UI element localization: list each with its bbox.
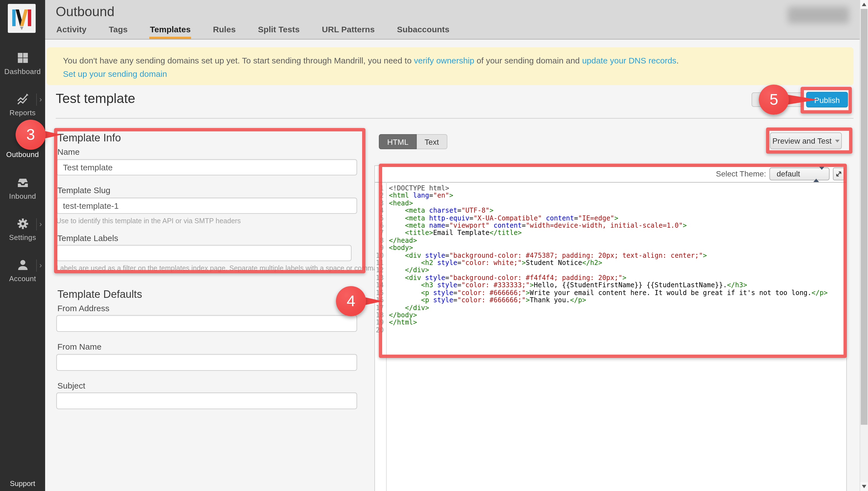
line-number: 6 (375, 222, 386, 230)
line-number: 16 (375, 297, 386, 304)
name-input[interactable] (56, 159, 357, 175)
title-divider (56, 118, 853, 119)
banner-line1: You don't have any sending domains set u… (63, 54, 853, 67)
tab-activity[interactable]: Activity (56, 25, 87, 39)
app-sidebar: DashboardReports›OutboundInboundSettings… (0, 0, 45, 491)
preview-and-test-button[interactable]: Preview and Test (770, 133, 842, 149)
sidebar-item-reports[interactable]: Reports› (0, 92, 45, 117)
line-number: 20 (375, 326, 386, 334)
code-line: 11 <h2 style="color: white;">Student Not… (375, 259, 846, 267)
code-line: 5 <meta http-equiv="X-UA-Compatible" con… (375, 214, 846, 222)
account-name-redacted[interactable] (788, 7, 849, 23)
banner-text: of your sending domain and (474, 56, 582, 65)
sidebar-item-label: Reports (0, 109, 45, 117)
line-number: 1 (375, 185, 386, 192)
template-labels-label: Template Labels (57, 233, 118, 243)
code-line: 20 (375, 326, 846, 334)
scrollbar-up-arrow[interactable] (860, 0, 868, 9)
main-content: You don't have any sending domains set u… (45, 39, 860, 491)
from-name-label: From Name (57, 342, 101, 351)
verify-ownership-link[interactable]: verify ownership (414, 56, 474, 65)
template-slug-label: Template Slug (57, 185, 110, 195)
line-number: 18 (375, 312, 386, 319)
chevron-right-icon: › (36, 259, 45, 272)
line-number: 9 (375, 245, 386, 252)
from-name-input[interactable] (56, 354, 357, 371)
sidebar-item-label: Account (0, 275, 45, 283)
subject-input[interactable] (56, 393, 357, 409)
code-line: 3<head> (375, 200, 846, 207)
select-theme-label: Select Theme: (716, 169, 766, 178)
tab-templates[interactable]: Templates (149, 25, 191, 39)
sidebar-item-outbound[interactable]: Outbound (0, 134, 45, 158)
template-slug-input[interactable] (56, 198, 357, 214)
theme-selected-value: default (777, 169, 800, 178)
fullscreen-editor-button[interactable] (833, 168, 845, 180)
line-number: 11 (375, 259, 386, 267)
code-line: 13 <div style="background-color: #f4f4f4… (375, 275, 846, 282)
tab-tags[interactable]: Tags (108, 25, 128, 39)
expand-diagonal-icon (835, 170, 843, 178)
tab-subaccounts[interactable]: Subaccounts (397, 25, 450, 39)
outbound-send-icon (0, 134, 45, 148)
name-label: Name (57, 147, 80, 156)
code-lines: 1<!DOCTYPE html>2<html lang="en">3<head>… (375, 185, 846, 334)
code-line: 12 </div> (375, 267, 846, 275)
text-tab[interactable]: Text (417, 134, 447, 149)
code-line: 1<!DOCTYPE html> (375, 185, 846, 192)
section-tabs: ActivityTagsTemplatesRulesSplit TestsURL… (56, 25, 450, 39)
select-stepper-icon (813, 170, 824, 179)
from-address-input[interactable] (56, 315, 357, 332)
dashboard-grid-icon (0, 51, 45, 65)
html-tab[interactable]: HTML (379, 134, 417, 149)
code-line: 10 <div style="background-color: #475387… (375, 252, 846, 259)
mandrill-logo[interactable] (8, 4, 36, 33)
html-code-editor[interactable]: 1<!DOCTYPE html>2<html lang="en">3<head>… (375, 182, 846, 491)
scrollbar-down-arrow[interactable] (860, 482, 868, 491)
code-line: 4 <meta charset="UTF-8"> (375, 207, 846, 214)
banner-text: You don't have any sending domains set u… (63, 56, 414, 65)
theme-select-dropdown[interactable]: default (769, 168, 830, 180)
sidebar-item-account[interactable]: Account› (0, 258, 45, 283)
template-labels-input[interactable] (56, 245, 352, 261)
chevron-right-icon: › (36, 218, 45, 230)
update-dns-records-link[interactable]: update your DNS records (582, 56, 677, 65)
inbound-tray-icon (0, 176, 45, 190)
line-number: 12 (375, 267, 386, 275)
template-labels-help: Labels are used as a filter on the templ… (56, 264, 379, 272)
line-number: 3 (375, 200, 386, 207)
subject-label: Subject (57, 381, 85, 390)
code-line: 14 <h3 style="color: #333333;">Hello, {{… (375, 282, 846, 289)
line-number: 19 (375, 319, 386, 327)
sidebar-item-inbound[interactable]: Inbound (0, 176, 45, 200)
line-number: 4 (375, 207, 386, 214)
preview-and-test-label: Preview and Test (772, 136, 832, 145)
page-scrollbar[interactable] (860, 0, 868, 491)
sidebar-item-dashboard[interactable]: Dashboard (0, 51, 45, 76)
sidebar-item-label: Dashboard (0, 67, 45, 76)
code-line: 16 <p style="color: #666666;">Thank you.… (375, 297, 846, 304)
code-line: 9<body> (375, 245, 846, 252)
secondary-action-button[interactable] (752, 92, 804, 107)
editor-topbar: Select Theme: default (375, 166, 846, 182)
line-number: 10 (375, 252, 386, 259)
line-number: 13 (375, 275, 386, 282)
sidebar-item-settings[interactable]: Settings› (0, 217, 45, 241)
from-address-label: From Address (57, 304, 109, 313)
section-title: Outbound (56, 4, 114, 20)
publish-button[interactable]: Publish (806, 92, 848, 108)
app-header: Outbound ActivityTagsTemplatesRulesSplit… (45, 0, 860, 39)
code-line: 7 <title>Email Template</title> (375, 230, 846, 237)
editor-mode-toggle: HTML Text (379, 134, 447, 149)
template-defaults-heading: Template Defaults (57, 288, 142, 300)
tab-split-tests[interactable]: Split Tests (257, 25, 300, 39)
sidebar-item-label: Inbound (0, 192, 45, 200)
scrollbar-thumb[interactable] (861, 9, 867, 425)
code-line: 19</html> (375, 319, 846, 327)
tab-rules[interactable]: Rules (212, 25, 236, 39)
support-link[interactable]: Support (0, 479, 45, 488)
code-line: 15 <p style="color: #666666;">Write your… (375, 289, 846, 297)
tab-url-patterns[interactable]: URL Patterns (322, 25, 376, 39)
template-info-heading: Template Info (57, 132, 121, 144)
setup-sending-domain-link[interactable]: Set up your sending domain (63, 69, 167, 79)
